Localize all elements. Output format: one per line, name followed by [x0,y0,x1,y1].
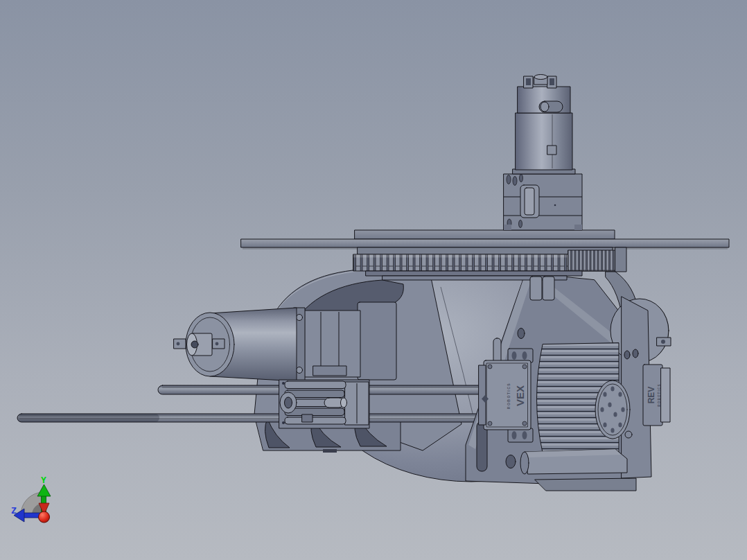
gearbox-hole [507,175,511,184]
gearbox-dot [554,204,556,207]
bolt-hole [610,386,614,391]
z-axis-label: Z [11,505,17,516]
gearbox-foot-notch [504,225,511,230]
standoff-face [525,188,534,215]
bolt-flange-disc[interactable] [595,380,630,439]
y-axis-label: Y [41,475,46,485]
bolt-hole [608,402,611,407]
clamp-block[interactable] [279,380,369,428]
gearbox-foot-notch [574,225,582,230]
servo-mount-tab [508,428,533,442]
frame-hole [506,455,516,469]
clamp-pin-end [341,398,347,408]
bolt-hole [618,422,622,427]
rev-motor[interactable]: REV ROBOTICS [643,365,670,426]
bolt-hole [600,407,604,412]
vent-slot-end [541,102,549,112]
clamp-nut-bore [285,397,292,408]
bolt-hole [618,392,622,396]
bolt-hole [603,392,606,396]
gearbox-hole [519,220,522,228]
motor-mount-bracket[interactable] [358,302,396,380]
side-plate-hole [624,351,630,359]
clamp-screw [282,421,285,424]
rev-sub-engraving: ROBOTICS [658,383,661,406]
pinion-gear[interactable] [568,250,617,271]
cad-viewport[interactable]: VEX ROBOTICS REV ROBOTICS [0,0,747,560]
tab-hole [512,431,517,439]
terminal-slot [526,78,531,85]
gearbox-hole [513,177,517,186]
vex-brand-engraving: VEX [514,385,526,406]
pinion-block [615,247,626,272]
base-step-plate [535,478,636,491]
motor-shaft-bore [191,341,198,348]
top-motor[interactable] [513,75,575,175]
beam-end-cap [520,452,529,474]
bolt-hole [610,428,614,432]
bolt-hole [613,412,617,417]
servo-screw [488,421,492,426]
rev-end-cap [661,368,670,422]
rev-brand-engraving: REV [647,387,656,404]
clamp-bar [285,417,346,424]
main-turntable-plate[interactable] [241,239,729,247]
servo-screw [522,365,527,369]
left-motor-assembly[interactable] [174,302,396,381]
terminal-hole [177,342,180,346]
clamp-foot-block [302,414,313,422]
tab-hole [512,351,517,360]
boss-top-face [534,75,547,80]
frame-hole [518,329,525,339]
clamp-screw [282,382,285,385]
side-plate-hole [633,349,638,358]
hub-pillar [530,277,542,300]
gearbox-hole [520,175,523,182]
gear-hub-step [366,271,582,276]
servo-side-cap [479,365,486,425]
terminal-slot [550,78,554,85]
bolt-hole [603,422,606,427]
clamp-bar [285,381,346,389]
motor-can-lower[interactable] [516,113,572,170]
motor-terminal [174,339,186,349]
servo-screw [522,421,527,426]
servo-screw [488,365,492,369]
vex-sub-engraving: ROBOTICS [507,383,511,409]
face-plate-screw [297,315,303,321]
motor-terminal [213,339,225,349]
hub-pillar [543,277,554,300]
lobe-tab-hole [661,340,665,344]
terminal-hole [216,342,219,346]
bolt-hole [621,407,624,412]
top-gearbox[interactable] [504,174,582,230]
x-axis-sphere [39,511,50,523]
upper-mount-plate[interactable] [355,230,615,239]
housing-foot [313,366,346,376]
fork-base-tab [323,449,337,453]
lower-rod-dark-segment [17,414,159,422]
motor-tab-detail [547,146,556,155]
tab-hole [522,431,527,439]
face-plate-screw [297,367,303,374]
tab-hole [522,351,527,360]
